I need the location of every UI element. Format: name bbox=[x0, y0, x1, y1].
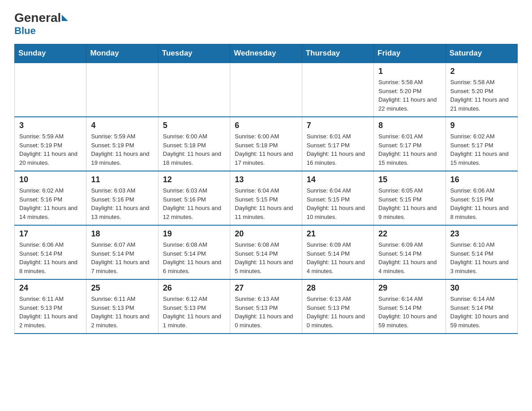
calendar-cell bbox=[86, 63, 158, 117]
logo-blue-text: Blue bbox=[14, 25, 36, 36]
day-number: 27 bbox=[235, 283, 297, 293]
day-sun-info: Sunrise: 5:58 AMSunset: 5:20 PMDaylight:… bbox=[378, 78, 441, 113]
page-header: General Blue bbox=[14, 11, 518, 37]
day-sun-info: Sunrise: 6:00 AMSunset: 5:18 PMDaylight:… bbox=[235, 132, 297, 167]
logo-general-text: General bbox=[14, 11, 61, 25]
day-of-week-header: Tuesday bbox=[158, 44, 230, 63]
calendar-cell: 3Sunrise: 5:59 AMSunset: 5:19 PMDaylight… bbox=[15, 117, 86, 171]
day-number: 28 bbox=[307, 283, 369, 293]
calendar-cell: 8Sunrise: 6:01 AMSunset: 5:17 PMDaylight… bbox=[374, 117, 446, 171]
day-of-week-header: Saturday bbox=[446, 44, 517, 63]
calendar-cell: 16Sunrise: 6:06 AMSunset: 5:15 PMDayligh… bbox=[446, 171, 517, 225]
day-sun-info: Sunrise: 5:58 AMSunset: 5:20 PMDaylight:… bbox=[450, 78, 513, 113]
calendar-cell bbox=[230, 63, 302, 117]
calendar-cell: 18Sunrise: 6:07 AMSunset: 5:14 PMDayligh… bbox=[86, 225, 158, 279]
calendar-cell: 6Sunrise: 6:00 AMSunset: 5:18 PMDaylight… bbox=[230, 117, 302, 171]
day-sun-info: Sunrise: 6:08 AMSunset: 5:14 PMDaylight:… bbox=[163, 240, 225, 275]
calendar-cell: 24Sunrise: 6:11 AMSunset: 5:13 PMDayligh… bbox=[15, 279, 86, 334]
day-of-week-header: Sunday bbox=[15, 44, 86, 63]
calendar-cell: 5Sunrise: 6:00 AMSunset: 5:18 PMDaylight… bbox=[158, 117, 230, 171]
calendar-cell bbox=[15, 63, 86, 117]
day-number: 20 bbox=[235, 229, 297, 239]
day-sun-info: Sunrise: 6:03 AMSunset: 5:16 PMDaylight:… bbox=[91, 186, 153, 221]
calendar-cell: 23Sunrise: 6:10 AMSunset: 5:14 PMDayligh… bbox=[446, 225, 517, 279]
day-sun-info: Sunrise: 6:12 AMSunset: 5:13 PMDaylight:… bbox=[163, 295, 225, 330]
day-sun-info: Sunrise: 6:13 AMSunset: 5:13 PMDaylight:… bbox=[235, 295, 297, 330]
day-sun-info: Sunrise: 6:14 AMSunset: 5:14 PMDaylight:… bbox=[450, 295, 513, 330]
calendar-cell: 19Sunrise: 6:08 AMSunset: 5:14 PMDayligh… bbox=[158, 225, 230, 279]
day-number: 5 bbox=[163, 121, 225, 130]
day-sun-info: Sunrise: 5:59 AMSunset: 5:19 PMDaylight:… bbox=[19, 132, 82, 167]
calendar-cell: 29Sunrise: 6:14 AMSunset: 5:14 PMDayligh… bbox=[374, 279, 446, 334]
day-sun-info: Sunrise: 6:06 AMSunset: 5:14 PMDaylight:… bbox=[19, 240, 82, 275]
day-sun-info: Sunrise: 6:03 AMSunset: 5:16 PMDaylight:… bbox=[163, 186, 225, 221]
day-number: 19 bbox=[163, 229, 225, 239]
day-number: 7 bbox=[307, 121, 369, 130]
day-sun-info: Sunrise: 6:14 AMSunset: 5:14 PMDaylight:… bbox=[378, 295, 441, 330]
calendar-cell: 7Sunrise: 6:01 AMSunset: 5:17 PMDaylight… bbox=[302, 117, 373, 171]
day-number: 15 bbox=[378, 175, 441, 184]
calendar-cell: 2Sunrise: 5:58 AMSunset: 5:20 PMDaylight… bbox=[446, 63, 517, 117]
day-sun-info: Sunrise: 6:04 AMSunset: 5:15 PMDaylight:… bbox=[235, 186, 297, 221]
calendar-cell: 27Sunrise: 6:13 AMSunset: 5:13 PMDayligh… bbox=[230, 279, 302, 334]
calendar-week-row: 24Sunrise: 6:11 AMSunset: 5:13 PMDayligh… bbox=[15, 279, 518, 334]
calendar-cell: 21Sunrise: 6:09 AMSunset: 5:14 PMDayligh… bbox=[302, 225, 373, 279]
day-sun-info: Sunrise: 6:05 AMSunset: 5:15 PMDaylight:… bbox=[378, 186, 441, 221]
calendar-cell: 25Sunrise: 6:11 AMSunset: 5:13 PMDayligh… bbox=[86, 279, 158, 334]
day-sun-info: Sunrise: 5:59 AMSunset: 5:19 PMDaylight:… bbox=[91, 132, 153, 167]
day-number: 12 bbox=[163, 175, 225, 184]
calendar-week-row: 17Sunrise: 6:06 AMSunset: 5:14 PMDayligh… bbox=[15, 225, 518, 279]
calendar-cell: 4Sunrise: 5:59 AMSunset: 5:19 PMDaylight… bbox=[86, 117, 158, 171]
calendar-cell: 1Sunrise: 5:58 AMSunset: 5:20 PMDaylight… bbox=[374, 63, 446, 117]
day-number: 4 bbox=[91, 121, 153, 130]
day-of-week-header: Friday bbox=[374, 44, 446, 63]
day-of-week-header: Monday bbox=[86, 44, 158, 63]
calendar-cell: 13Sunrise: 6:04 AMSunset: 5:15 PMDayligh… bbox=[230, 171, 302, 225]
calendar-cell: 26Sunrise: 6:12 AMSunset: 5:13 PMDayligh… bbox=[158, 279, 230, 334]
calendar-week-row: 10Sunrise: 6:02 AMSunset: 5:16 PMDayligh… bbox=[15, 171, 518, 225]
calendar-cell: 17Sunrise: 6:06 AMSunset: 5:14 PMDayligh… bbox=[15, 225, 86, 279]
day-sun-info: Sunrise: 6:08 AMSunset: 5:14 PMDaylight:… bbox=[235, 240, 297, 275]
day-number: 3 bbox=[19, 121, 82, 130]
calendar-cell: 11Sunrise: 6:03 AMSunset: 5:16 PMDayligh… bbox=[86, 171, 158, 225]
day-number: 21 bbox=[307, 229, 369, 239]
day-number: 8 bbox=[378, 121, 441, 130]
day-sun-info: Sunrise: 6:07 AMSunset: 5:14 PMDaylight:… bbox=[91, 240, 153, 275]
calendar-header-row: SundayMondayTuesdayWednesdayThursdayFrid… bbox=[15, 44, 518, 63]
calendar-week-row: 1Sunrise: 5:58 AMSunset: 5:20 PMDaylight… bbox=[15, 63, 518, 117]
day-number: 17 bbox=[19, 229, 82, 239]
calendar-table: SundayMondayTuesdayWednesdayThursdayFrid… bbox=[14, 44, 518, 334]
calendar-cell bbox=[302, 63, 373, 117]
day-sun-info: Sunrise: 6:11 AMSunset: 5:13 PMDaylight:… bbox=[91, 295, 153, 330]
calendar-cell: 12Sunrise: 6:03 AMSunset: 5:16 PMDayligh… bbox=[158, 171, 230, 225]
day-number: 30 bbox=[450, 283, 513, 293]
calendar-cell: 30Sunrise: 6:14 AMSunset: 5:14 PMDayligh… bbox=[446, 279, 517, 334]
day-number: 13 bbox=[235, 175, 297, 184]
day-of-week-header: Wednesday bbox=[230, 44, 302, 63]
logo: General Blue bbox=[14, 11, 69, 37]
day-number: 24 bbox=[19, 283, 82, 293]
day-number: 14 bbox=[307, 175, 369, 184]
day-sun-info: Sunrise: 6:09 AMSunset: 5:14 PMDaylight:… bbox=[307, 240, 369, 275]
day-sun-info: Sunrise: 6:01 AMSunset: 5:17 PMDaylight:… bbox=[378, 132, 441, 167]
calendar-cell: 20Sunrise: 6:08 AMSunset: 5:14 PMDayligh… bbox=[230, 225, 302, 279]
day-number: 11 bbox=[91, 175, 153, 184]
day-number: 23 bbox=[450, 229, 513, 239]
day-number: 25 bbox=[91, 283, 153, 293]
day-number: 1 bbox=[378, 67, 441, 76]
calendar-cell: 14Sunrise: 6:04 AMSunset: 5:15 PMDayligh… bbox=[302, 171, 373, 225]
calendar-cell: 15Sunrise: 6:05 AMSunset: 5:15 PMDayligh… bbox=[374, 171, 446, 225]
day-sun-info: Sunrise: 6:13 AMSunset: 5:13 PMDaylight:… bbox=[307, 295, 369, 330]
day-sun-info: Sunrise: 6:01 AMSunset: 5:17 PMDaylight:… bbox=[307, 132, 369, 167]
calendar-cell: 22Sunrise: 6:09 AMSunset: 5:14 PMDayligh… bbox=[374, 225, 446, 279]
day-sun-info: Sunrise: 6:02 AMSunset: 5:16 PMDaylight:… bbox=[19, 186, 82, 221]
day-sun-info: Sunrise: 6:04 AMSunset: 5:15 PMDaylight:… bbox=[307, 186, 369, 221]
day-number: 16 bbox=[450, 175, 513, 184]
day-number: 2 bbox=[450, 67, 513, 76]
day-sun-info: Sunrise: 6:11 AMSunset: 5:13 PMDaylight:… bbox=[19, 295, 82, 330]
day-sun-info: Sunrise: 6:09 AMSunset: 5:14 PMDaylight:… bbox=[378, 240, 441, 275]
day-of-week-header: Thursday bbox=[302, 44, 373, 63]
day-number: 29 bbox=[378, 283, 441, 293]
day-number: 6 bbox=[235, 121, 297, 130]
day-number: 10 bbox=[19, 175, 82, 184]
